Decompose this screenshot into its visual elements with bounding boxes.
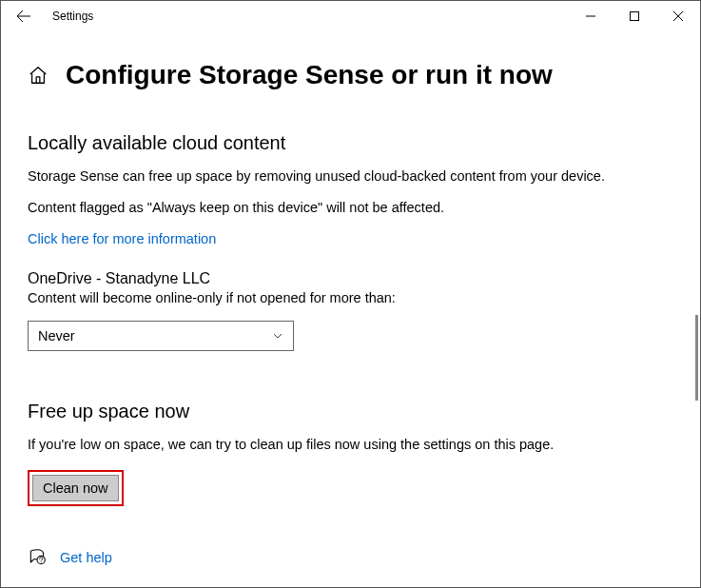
onedrive-label: Content will become online-only if not o… <box>28 289 673 307</box>
clean-now-highlight: Clean now <box>28 470 124 506</box>
cloud-desc-2: Content flagged as "Always keep on this … <box>28 199 673 217</box>
more-info-link[interactable]: Click here for more information <box>28 231 216 246</box>
page-header: Configure Storage Sense or run it now <box>28 60 673 90</box>
app-title: Settings <box>52 10 93 23</box>
home-icon[interactable] <box>28 65 49 86</box>
cloud-content-heading: Locally available cloud content <box>28 132 673 154</box>
select-value: Never <box>38 328 75 343</box>
svg-point-5 <box>41 562 42 563</box>
close-button[interactable] <box>656 1 700 31</box>
free-up-desc: If you're low on space, we can try to cl… <box>28 436 673 454</box>
content-area: Configure Storage Sense or run it now Lo… <box>1 31 700 567</box>
maximize-icon <box>630 11 639 21</box>
get-help-link[interactable]: Get help <box>60 550 112 565</box>
help-icon <box>28 548 47 567</box>
onedrive-duration-select[interactable]: Never <box>28 321 294 351</box>
chevron-down-icon <box>272 330 283 342</box>
free-up-section: Free up space now If you're low on space… <box>28 401 673 507</box>
arrow-left-icon <box>16 9 31 24</box>
clean-now-button[interactable]: Clean now <box>32 475 119 501</box>
svg-rect-1 <box>631 12 639 21</box>
onedrive-heading: OneDrive - Stanadyne LLC <box>28 270 673 287</box>
help-row: Get help <box>28 548 673 567</box>
window-controls <box>569 1 700 31</box>
minimize-icon <box>586 11 595 21</box>
page-title: Configure Storage Sense or run it now <box>66 60 553 90</box>
back-button[interactable] <box>9 1 39 31</box>
cloud-desc-1: Storage Sense can free up space by remov… <box>28 167 673 186</box>
scrollbar[interactable] <box>695 315 698 401</box>
free-up-heading: Free up space now <box>28 401 673 422</box>
close-icon <box>673 11 683 21</box>
maximize-button[interactable] <box>613 1 656 31</box>
minimize-button[interactable] <box>569 1 613 31</box>
